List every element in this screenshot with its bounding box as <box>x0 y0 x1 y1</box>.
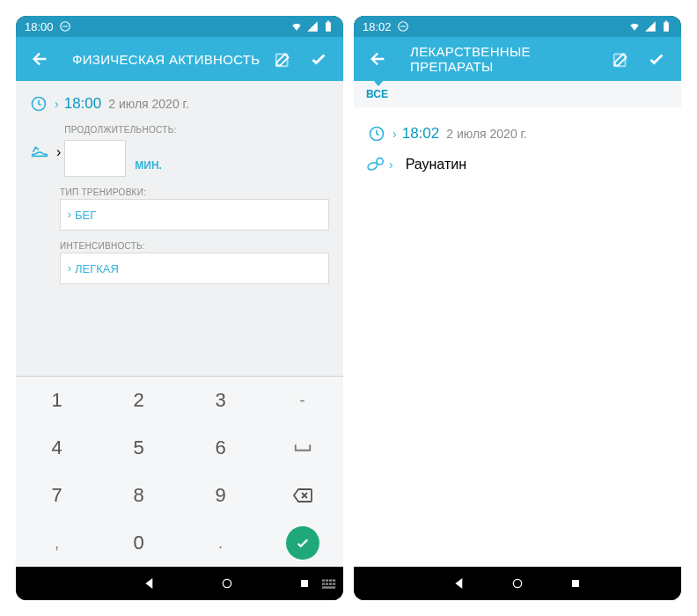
content-drugs: › 18:02 2 июля 2020 г. › Раунатин <box>354 107 681 567</box>
status-clock: 18:02 <box>363 20 392 33</box>
duration-input[interactable] <box>64 140 126 177</box>
chevron-right-icon: › <box>55 97 59 111</box>
intensity-label: ИНТЕНСИВНОСТЬ: <box>60 241 329 251</box>
statusbar: 18:00 <box>16 16 343 37</box>
key-6[interactable]: 6 <box>180 424 261 472</box>
nav-back-icon[interactable] <box>452 576 466 590</box>
key-0[interactable]: 0 <box>98 519 180 567</box>
content-activity: › 18:00 2 июля 2020 г. › ПРОДОЛЖИТЕЛЬНОС… <box>16 81 343 376</box>
intensity-field[interactable]: › ЛЕГКАЯ <box>60 253 329 284</box>
chevron-right-icon: › <box>68 262 71 275</box>
statusbar: 18:02 <box>354 16 681 37</box>
dnd-icon <box>59 20 71 33</box>
phone-drugs: 18:02 ЛЕКАРСТВЕННЫЕ ПРЕПАРАТЫ <box>354 16 681 600</box>
svg-rect-12 <box>326 583 328 584</box>
nav-recent-icon[interactable] <box>297 576 312 590</box>
keyboard-switch-icon[interactable] <box>322 577 336 591</box>
svg-rect-10 <box>333 579 335 581</box>
key-1[interactable]: 1 <box>16 377 98 424</box>
svg-rect-15 <box>322 586 335 588</box>
nav-back-icon[interactable] <box>143 576 157 590</box>
time-value: 18:02 <box>402 125 440 143</box>
svg-point-5 <box>223 579 231 587</box>
svg-rect-9 <box>329 579 332 581</box>
drug-name: Раунатин <box>406 157 466 172</box>
key-8[interactable]: 8 <box>98 472 180 519</box>
datetime-row[interactable]: › 18:00 2 июля 2020 г. <box>16 88 343 120</box>
key-dash[interactable]: - <box>261 377 343 424</box>
signal-icon <box>644 20 657 33</box>
svg-rect-24 <box>572 580 579 587</box>
key-3[interactable]: 3 <box>180 377 261 424</box>
confirm-button[interactable] <box>301 41 336 77</box>
tab-all[interactable]: ВСЕ <box>354 88 400 100</box>
date-value: 2 июля 2020 г. <box>446 127 527 141</box>
battery-icon <box>322 20 334 33</box>
chevron-right-icon: › <box>56 144 61 160</box>
key-backspace[interactable] <box>261 472 343 519</box>
key-5[interactable]: 5 <box>98 424 180 472</box>
key-period[interactable]: . <box>180 519 261 567</box>
appbar-title: ЛЕКАРСТВЕННЫЕ ПРЕПАРАТЫ <box>410 44 604 74</box>
chevron-right-icon: › <box>389 158 393 172</box>
dnd-icon <box>397 20 409 33</box>
edit-button[interactable] <box>604 41 639 77</box>
datetime-row[interactable]: › 18:02 2 июля 2020 г. <box>354 118 681 150</box>
svg-rect-7 <box>322 579 325 581</box>
tab-row: ВСЕ <box>354 81 681 107</box>
key-comma[interactable]: , <box>16 519 98 567</box>
duration-unit: МИН. <box>135 159 162 172</box>
battery-icon <box>660 20 672 33</box>
svg-rect-8 <box>326 579 328 581</box>
duration-label: ПРОДОЛЖИТЕЛЬНОСТЬ: <box>64 125 329 135</box>
svg-rect-17 <box>664 22 669 31</box>
type-label: ТИП ТРЕНИРОВКИ: <box>60 187 329 197</box>
clock-icon <box>30 95 48 113</box>
phone-activity: 18:00 ФИЗИЧЕСКАЯ АКТИВНОСТЬ <box>16 16 343 600</box>
key-9[interactable]: 9 <box>180 472 261 519</box>
key-enter[interactable] <box>261 519 343 567</box>
type-field[interactable]: › БЕГ <box>60 199 329 231</box>
clock-icon <box>368 125 385 143</box>
confirm-button[interactable] <box>639 41 674 77</box>
shoe-icon <box>30 141 49 160</box>
back-button[interactable] <box>23 41 58 77</box>
chevron-right-icon: › <box>68 209 71 221</box>
key-7[interactable]: 7 <box>16 472 98 519</box>
key-4[interactable]: 4 <box>16 424 98 472</box>
status-clock: 18:00 <box>25 20 54 33</box>
time-value: 18:00 <box>64 95 102 113</box>
nav-home-icon[interactable] <box>510 576 525 590</box>
back-button[interactable] <box>361 41 396 77</box>
signal-icon <box>306 20 319 33</box>
pill-icon <box>366 155 385 174</box>
drug-row[interactable]: › Раунатин <box>354 150 681 180</box>
chevron-right-icon: › <box>393 127 397 141</box>
type-value: БЕГ <box>75 209 96 222</box>
svg-rect-11 <box>322 583 325 584</box>
intensity-value: ЛЕГКАЯ <box>75 262 119 275</box>
svg-point-22 <box>377 158 383 165</box>
svg-rect-18 <box>665 21 667 23</box>
nav-home-icon[interactable] <box>220 576 234 590</box>
svg-rect-14 <box>333 583 335 584</box>
svg-point-23 <box>513 579 521 587</box>
navbar <box>354 567 681 600</box>
svg-rect-13 <box>329 583 332 584</box>
appbar: ФИЗИЧЕСКАЯ АКТИВНОСТЬ <box>16 37 343 81</box>
navbar <box>16 567 343 600</box>
key-2[interactable]: 2 <box>98 377 180 424</box>
appbar: ЛЕКАРСТВЕННЫЕ ПРЕПАРАТЫ <box>354 37 681 81</box>
keypad: 1 2 3 - 4 5 6 7 8 9 , 0 . <box>16 376 343 567</box>
svg-rect-6 <box>301 580 308 587</box>
wifi-icon <box>290 20 303 33</box>
edit-button[interactable] <box>266 41 301 77</box>
wifi-icon <box>628 20 641 33</box>
nav-recent-icon[interactable] <box>569 576 583 590</box>
svg-rect-1 <box>326 22 331 31</box>
svg-rect-2 <box>327 21 329 23</box>
key-space[interactable] <box>261 424 343 472</box>
date-value: 2 июля 2020 г. <box>108 97 189 111</box>
appbar-title: ФИЗИЧЕСКАЯ АКТИВНОСТЬ <box>72 52 266 67</box>
